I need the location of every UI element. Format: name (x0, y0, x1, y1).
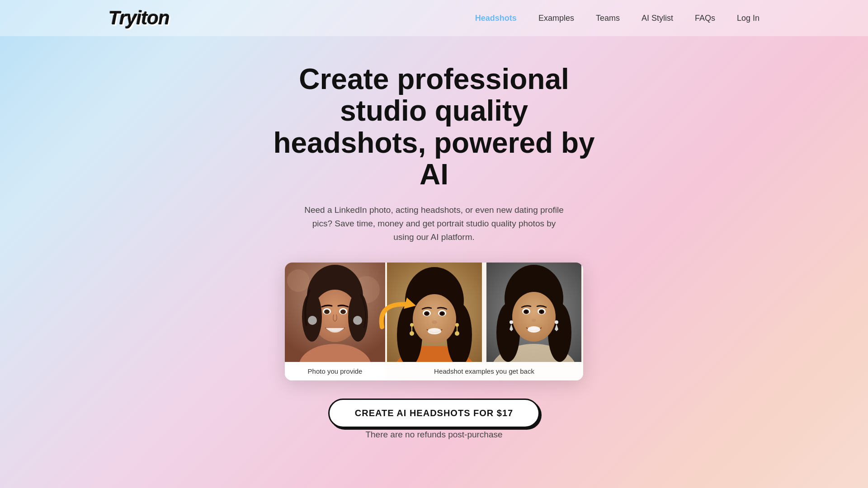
demo-right-photos (385, 263, 583, 362)
nav-teams[interactable]: Teams (596, 14, 620, 23)
svg-point-21 (413, 294, 456, 344)
logo[interactable]: Tryiton (108, 7, 170, 29)
demo-comparison: Photo you provide (9, 263, 859, 380)
nav-examples[interactable]: Examples (538, 14, 574, 23)
svg-point-41 (512, 292, 556, 342)
logo-text: Try (108, 7, 137, 28)
nav-ai-stylist[interactable]: AI Stylist (642, 14, 673, 23)
svg-point-12 (308, 316, 317, 325)
svg-point-33 (455, 323, 459, 327)
recent-clients-section: Recent clients ✨ (0, 478, 868, 488)
svg-point-30 (410, 323, 414, 327)
demo-left-panel: Photo you provide (285, 263, 385, 380)
nav-headshots[interactable]: Headshots (475, 14, 517, 23)
nav-faqs[interactable]: FAQs (695, 14, 715, 23)
svg-point-13 (353, 316, 362, 325)
logo-text-2: it (137, 7, 147, 28)
cta-section: CREATE AI HEADSHOTS FOR $17 There are no… (9, 399, 859, 441)
cta-button[interactable]: CREATE AI HEADSHOTS FOR $17 (328, 399, 540, 428)
svg-point-35 (455, 331, 459, 336)
svg-point-27 (441, 312, 443, 314)
svg-point-49 (532, 319, 536, 322)
svg-point-48 (528, 326, 540, 333)
svg-point-50 (509, 320, 513, 324)
svg-point-29 (432, 320, 437, 324)
headshot-example-1 (385, 263, 484, 362)
navigation: Tryiton Headshots Examples Teams AI Styl… (0, 0, 868, 36)
hero-subtext: Need a LinkedIn photo, acting headshots,… (303, 203, 565, 244)
demo-box: Photo you provide (285, 263, 583, 380)
svg-point-24 (426, 312, 428, 314)
logo-text-3: on (147, 7, 169, 28)
headshot-example-2 (484, 263, 584, 362)
svg-point-32 (410, 331, 414, 336)
svg-point-11 (340, 310, 346, 314)
nav-login[interactable]: Log In (737, 14, 760, 23)
svg-point-9 (324, 310, 330, 314)
svg-point-44 (525, 310, 527, 313)
svg-point-51 (555, 320, 558, 324)
disclaimer-text: There are no refunds post-purchase (303, 428, 565, 441)
left-caption: Photo you provide (285, 362, 385, 380)
hero-section: Create professional studio quality heads… (0, 36, 868, 478)
nav-links: Headshots Examples Teams AI Stylist FAQs… (475, 14, 760, 23)
svg-point-28 (428, 328, 441, 334)
hero-headline: Create professional studio quality heads… (262, 63, 606, 191)
demo-right-panel: Headshot examples you get back (385, 263, 583, 380)
svg-point-1 (287, 269, 310, 292)
right-caption: Headshot examples you get back (385, 362, 583, 380)
svg-point-47 (540, 310, 542, 313)
